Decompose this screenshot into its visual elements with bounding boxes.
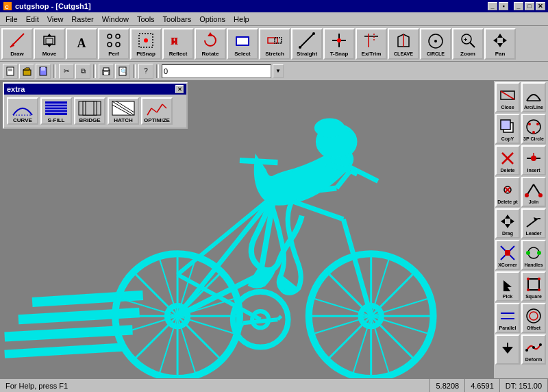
svg-point-157 — [527, 309, 540, 323]
inner-minimize-btn[interactable]: _ — [488, 2, 497, 10]
tool-cleave[interactable]: CLEAVE — [388, 28, 419, 60]
svg-rect-47 — [41, 67, 45, 71]
fp-optimize[interactable]: OPTIMIZE — [141, 97, 173, 125]
float-panel-close[interactable]: ✕ — [175, 85, 184, 93]
svg-marker-45 — [23, 68, 29, 70]
copy-btn[interactable]: ⧉ — [75, 64, 90, 79]
rpanel-drag[interactable]: Drag — [495, 208, 520, 238]
tool-reflect[interactable]: R R Reflect — [162, 28, 194, 60]
help-btn[interactable]: ? — [138, 64, 153, 79]
menu-file[interactable]: File — [1, 14, 22, 25]
rpanel-row-5: Drag Leader — [495, 208, 547, 238]
svg-line-68 — [151, 108, 157, 112]
canvas-area[interactable]: extra ✕ CURVE S-FILL — [0, 81, 493, 378]
rpanel-parallel[interactable]: Parallel — [495, 303, 520, 333]
tool-extrim[interactable]: Ex/Trim — [356, 28, 387, 60]
tool-perf[interactable]: Perf — [98, 28, 129, 60]
float-panel-content: CURVE S-FILL — [4, 95, 186, 127]
toolbar1: Draw Move A Perf PtSnap — [0, 26, 548, 62]
svg-marker-137 — [505, 215, 510, 219]
svg-point-124 — [532, 131, 535, 134]
tool-stretch[interactable]: Stretch — [259, 28, 290, 60]
rpanel-delete[interactable]: Delete — [495, 145, 520, 175]
svg-marker-16 — [208, 32, 213, 36]
close-btn[interactable]: ✕ — [536, 2, 545, 10]
preview-btn[interactable]: 🔍 — [115, 64, 130, 79]
print-btn[interactable] — [99, 64, 114, 79]
svg-rect-150 — [528, 279, 539, 290]
svg-point-149 — [537, 251, 541, 255]
svg-line-35 — [470, 42, 475, 47]
tool-tsnap[interactable]: T-Snap — [323, 28, 355, 60]
new-btn[interactable] — [3, 64, 18, 79]
rpanel-handles[interactable]: Handles — [521, 240, 546, 270]
rpanel-row-8: Parallel Offset — [495, 303, 547, 333]
rpanel-arcline[interactable]: Arc/Line — [521, 82, 546, 112]
tool-zoom[interactable]: + Zoom — [452, 28, 484, 60]
svg-point-161 — [525, 349, 528, 352]
svg-marker-39 — [493, 38, 497, 43]
svg-text:R: R — [171, 36, 178, 47]
svg-rect-54 — [45, 101, 67, 115]
rpanel-toolpath-down[interactable] — [495, 334, 520, 365]
coord-input[interactable] — [162, 64, 271, 78]
minimize-btn[interactable]: _ — [514, 2, 523, 10]
tool-move[interactable]: Move — [34, 28, 65, 60]
svg-line-67 — [147, 108, 151, 115]
svg-point-33 — [434, 40, 437, 42]
tool-straight[interactable]: Straight — [291, 28, 323, 60]
rpanel-leader[interactable]: Leader — [521, 208, 546, 238]
tool-rotate[interactable]: Rotate — [195, 28, 226, 60]
rpanel-deform[interactable]: Deform — [521, 334, 546, 365]
rpanel-offset[interactable]: Offset — [521, 303, 546, 333]
fp-bridge[interactable]: BRIDGE — [74, 97, 105, 125]
menu-tools[interactable]: Tools — [133, 14, 159, 25]
fp-curves[interactable]: CURVE — [7, 97, 38, 125]
svg-point-148 — [526, 251, 530, 255]
maximize-btn[interactable]: □ — [525, 2, 534, 10]
menu-raster[interactable]: Raster — [67, 14, 97, 25]
right-panel: Close Arc/Line CopY — [493, 81, 548, 378]
tool-select[interactable]: Select — [227, 28, 258, 60]
svg-text:+: + — [464, 36, 467, 43]
status-y: 4.6591 — [465, 379, 500, 392]
tool-text[interactable]: A — [66, 28, 97, 60]
rpanel-insert[interactable]: Insert — [521, 145, 546, 175]
svg-point-154 — [538, 289, 540, 291]
svg-marker-139 — [501, 219, 505, 224]
svg-point-22 — [299, 46, 301, 49]
inner-restore-btn[interactable]: ▪ — [499, 2, 508, 10]
menu-toolbars[interactable]: Toolbars — [159, 14, 196, 25]
save-btn[interactable] — [36, 64, 51, 79]
menu-view[interactable]: View — [43, 14, 68, 25]
svg-point-152 — [538, 278, 540, 280]
menu-window[interactable]: Window — [98, 14, 133, 25]
rpanel-copy[interactable]: CopY — [495, 114, 520, 144]
fp-sfill[interactable]: S-FILL — [40, 97, 72, 125]
svg-point-26 — [337, 38, 341, 42]
fp-hatch[interactable]: HATCH — [108, 97, 139, 125]
svg-rect-60 — [83, 101, 97, 115]
cut-btn[interactable]: ✂ — [59, 64, 74, 79]
status-help: For Help, press F1 — [0, 379, 430, 392]
rpanel-3pcircle[interactable]: 3P Circle — [521, 114, 546, 144]
svg-marker-37 — [497, 34, 503, 38]
rpanel-square[interactable]: Square — [521, 271, 546, 302]
rpanel-row-7: Pick Square — [495, 271, 547, 302]
tool-draw[interactable]: Draw — [1, 28, 33, 60]
tool-circle[interactable]: CIRCLE — [420, 28, 451, 60]
rpanel-delete-pt[interactable]: Delete pt — [495, 177, 520, 207]
sep2 — [93, 64, 96, 78]
tool-pan[interactable]: Pan — [484, 28, 516, 60]
rpanel-xcorner[interactable]: XCorner — [495, 240, 520, 270]
tool-ptsnap[interactable]: PtSnap — [130, 28, 162, 60]
rpanel-close[interactable]: Close — [495, 82, 520, 112]
menu-options[interactable]: Options — [195, 14, 229, 25]
rpanel-pick[interactable]: Pick — [495, 271, 520, 302]
menu-edit[interactable]: Edit — [22, 14, 43, 25]
coord-dropdown[interactable]: ▼ — [273, 64, 284, 78]
open-btn[interactable] — [19, 64, 34, 79]
rpanel-join[interactable]: Join — [521, 177, 546, 207]
svg-point-158 — [530, 312, 538, 320]
menu-help[interactable]: Help — [229, 14, 253, 25]
